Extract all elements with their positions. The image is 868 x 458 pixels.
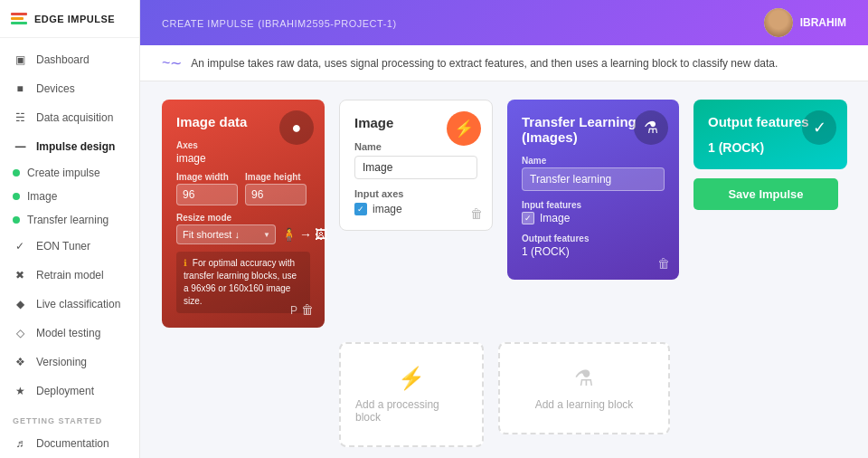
dot-green-icon <box>13 193 20 200</box>
topbar-title: CREATE IMPULSE (IBRAHIM2595-PROJECT-1) <box>162 16 397 30</box>
dot-green-icon <box>13 216 20 224</box>
user-badge[interactable]: IBRAHIM <box>764 8 846 37</box>
sidebar-item-retrain[interactable]: ✖ Retrain model <box>0 261 139 290</box>
live-icon: ◆ <box>13 297 27 311</box>
cards-row-add: ⚡ Add a processing block ⚗ Add a learnin… <box>162 342 846 447</box>
version-icon: ❖ <box>13 355 27 369</box>
sidebar-item-model-testing[interactable]: ◇ Model testing <box>0 319 139 348</box>
resize-group: Resize mode Fit shortest ↓ Fit longest S… <box>176 213 310 244</box>
devices-icon: ■ <box>13 81 27 96</box>
transfer-card: Transfer Learning (Images) ⚗ Name Input … <box>507 100 679 280</box>
sidebar-item-dashboard[interactable]: ▣ Dashboard <box>0 45 139 74</box>
sidebar-item-devices[interactable]: ■ Devices <box>0 74 139 103</box>
resize-row: Fit shortest ↓ Fit longest Squash Crop ▼… <box>176 224 310 244</box>
sidebar-sub-create-impulse[interactable]: Create impulse <box>0 161 139 185</box>
tl-name-input[interactable] <box>522 167 665 191</box>
sub-item-label: Create impulse <box>27 167 100 179</box>
tl-output-value: 1 (ROCK) <box>522 245 665 258</box>
sidebar-item-documentation[interactable]: ♬ Documentation <box>0 429 139 458</box>
width-input[interactable] <box>176 184 238 205</box>
canvas: Image data ● Axes image Image width Imag… <box>140 81 868 458</box>
doc-icon: ♬ <box>13 436 27 451</box>
output-card: Output features ✓ 1 (ROCK) <box>693 100 847 169</box>
sidebar-item-impulse-design[interactable]: ⸻ Impulse design <box>0 132 139 161</box>
save-impulse-button[interactable]: Save Impulse <box>693 178 838 210</box>
tl-delete-icon[interactable]: 🗑 <box>657 256 670 271</box>
avatar <box>764 8 793 37</box>
sidebar-item-label: Deployment <box>36 385 94 397</box>
sidebar-item-data-acquisition[interactable]: ☵ Data acquisition <box>0 103 139 132</box>
sidebar: EDGE IMPULSE ▣ Dashboard ■ Devices ☵ Dat… <box>0 0 140 458</box>
pin-icon[interactable]: P <box>290 304 297 317</box>
sidebar-item-label: EON Tuner <box>36 240 90 253</box>
output-col: Output features ✓ 1 (ROCK) Save Impulse <box>693 100 847 210</box>
add-learning-label: Add a learning block <box>535 398 634 411</box>
add-learning-icon: ⚗ <box>574 366 594 391</box>
checkmark-icon: ✓ <box>802 110 836 145</box>
topbar-project: (IBRAHIM2595-PROJECT-1) <box>258 18 396 29</box>
info-text: An impulse takes raw data, uses signal p… <box>191 57 778 70</box>
axes-value: image <box>176 152 310 165</box>
tl-output-label: Output features <box>522 234 665 243</box>
sidebar-sub-transfer-learning[interactable]: Transfer learning <box>0 208 139 232</box>
checkbox-checked-icon[interactable]: ✓ <box>354 203 367 215</box>
height-input[interactable] <box>245 184 307 205</box>
impulse-icon: ⸻ <box>13 139 27 154</box>
axes-label: Axes <box>176 140 310 150</box>
sidebar-item-label: Live classification <box>36 298 120 310</box>
logo-text: EDGE IMPULSE <box>34 14 115 24</box>
topbar: CREATE IMPULSE (IBRAHIM2595-PROJECT-1) I… <box>140 0 868 45</box>
width-group: Image width <box>176 172 238 205</box>
proc-name-input[interactable] <box>354 156 477 179</box>
tl-checkbox-icon[interactable]: ✓ <box>522 212 534 224</box>
sidebar-item-label: Documentation <box>36 437 109 450</box>
resize-select-wrapper: Fit shortest ↓ Fit longest Squash Crop ▼ <box>176 224 276 244</box>
avatar-image <box>764 8 793 37</box>
resize-label: Resize mode <box>176 213 310 223</box>
data-icon: ☵ <box>13 110 27 125</box>
user-name: IBRAHIM <box>800 16 846 29</box>
warning-icon: ℹ <box>184 258 187 268</box>
sidebar-sub-image[interactable]: Image <box>0 185 139 208</box>
main-content: CREATE IMPULSE (IBRAHIM2595-PROJECT-1) I… <box>140 0 868 458</box>
proc-checkbox-row: ✓ image <box>354 203 477 215</box>
sidebar-item-label: Retrain model <box>36 269 104 281</box>
sidebar-item-label: Devices <box>36 82 75 95</box>
tl-checkbox-label: Image <box>540 212 570 224</box>
sidebar-item-eon-tuner[interactable]: ✓ EON Tuner <box>0 232 139 261</box>
add-learning-card[interactable]: ⚗ Add a learning block <box>498 342 670 434</box>
sidebar-section-getting-started: GETTING STARTED <box>0 406 139 429</box>
testing-icon: ◇ <box>13 326 27 340</box>
person-icon: 🧍 <box>281 227 297 242</box>
proc-axes-label: Input axes <box>354 188 477 199</box>
sidebar-nav: ▣ Dashboard ■ Devices ☵ Data acquisition… <box>0 38 139 458</box>
proc-delete-icon[interactable]: 🗑 <box>470 206 483 221</box>
sub-item-label: Image <box>27 190 57 203</box>
sidebar-item-live-classification[interactable]: ◆ Live classification <box>0 290 139 319</box>
height-label: Image height <box>245 172 307 182</box>
info-banner: ~∼ An impulse takes raw data, uses signa… <box>140 45 868 81</box>
add-processing-label: Add a processing block <box>355 398 467 424</box>
logo-icon <box>11 13 27 24</box>
flask-icon: ⚗ <box>634 110 668 145</box>
monitor-icon: ▣ <box>13 52 27 67</box>
delete-icon[interactable]: 🗑 <box>301 302 314 317</box>
retrain-icon: ✖ <box>13 268 27 282</box>
sidebar-item-versioning[interactable]: ❖ Versioning <box>0 348 139 377</box>
sidebar-item-deployment[interactable]: ★ Deployment <box>0 377 139 406</box>
image-data-card: Image data ● Axes image Image width Imag… <box>162 100 325 328</box>
tl-checkbox-row: ✓ Image <box>522 212 665 224</box>
lightning-icon: ⚡ <box>447 111 481 146</box>
sidebar-item-label: Data acquisition <box>36 111 113 124</box>
arrow-icon: → <box>299 227 312 242</box>
add-processing-card[interactable]: ⚡ Add a processing block <box>339 342 484 447</box>
deploy-icon: ★ <box>13 384 27 398</box>
info-msg-text: For optimal accuracy with transfer learn… <box>184 258 297 306</box>
resize-select[interactable]: Fit shortest ↓ Fit longest Squash Crop <box>176 224 276 244</box>
image-icon: 🖼 <box>315 227 327 242</box>
resize-preview: 🧍 → 🖼 <box>281 227 327 242</box>
sidebar-logo: EDGE IMPULSE <box>0 0 139 38</box>
sub-item-label: Transfer learning <box>27 214 108 226</box>
dimensions-row: Image width Image height <box>176 172 310 205</box>
info-icon: ~∼ <box>162 54 182 72</box>
